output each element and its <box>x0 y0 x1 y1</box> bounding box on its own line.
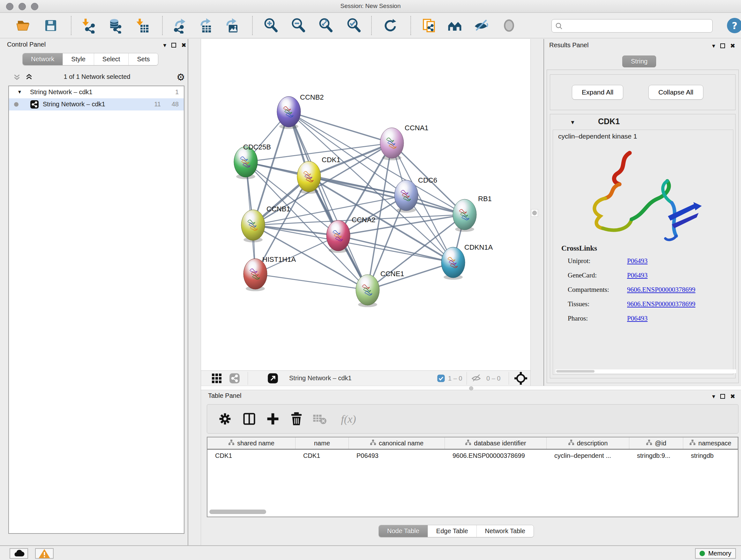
help-button[interactable]: ? <box>727 18 741 33</box>
crosslink-link[interactable]: P06493 <box>627 257 648 265</box>
splitter-handle[interactable] <box>531 209 538 217</box>
column-header[interactable]: canonical name <box>349 437 445 449</box>
network-node[interactable]: HIST1H1A <box>244 255 296 291</box>
tab-node-table[interactable]: Node Table <box>379 525 428 537</box>
panel-float-icon[interactable] <box>720 44 725 48</box>
network-edge[interactable] <box>289 112 367 290</box>
open-file-button[interactable] <box>15 17 32 35</box>
zoom-in-button[interactable] <box>262 17 280 35</box>
hide-selected-button[interactable] <box>472 17 489 35</box>
import-table-from-file-button[interactable] <box>134 17 151 35</box>
column-header[interactable]: database identifier <box>445 437 547 449</box>
tab-string[interactable]: String <box>622 56 656 67</box>
warning-status-button[interactable] <box>35 548 54 559</box>
table-cell[interactable]: stringdb <box>683 449 738 462</box>
tab-sets[interactable]: Sets <box>128 53 158 65</box>
panel-collapse-icon[interactable]: ▾ <box>712 393 716 400</box>
column-header[interactable]: @id <box>629 437 683 449</box>
node-label: CCNA2 <box>352 216 376 224</box>
table-cell[interactable]: CDK1 <box>295 449 349 462</box>
cloud-status-button[interactable] <box>10 548 28 559</box>
network-node[interactable]: CDC25B <box>234 143 271 179</box>
crosslink-link[interactable]: 9606.ENSP00000378699 <box>627 286 695 294</box>
save-session-button[interactable] <box>42 17 59 35</box>
crosslink-link[interactable]: P06493 <box>627 314 648 322</box>
panel-close-icon[interactable]: ✖ <box>730 42 735 49</box>
network-node[interactable]: CCNA2 <box>327 216 376 253</box>
network-row-selected[interactable]: String Network – cdk1 11 48 <box>9 98 184 111</box>
table-horizontal-scrollbar[interactable] <box>207 508 738 515</box>
network-edge[interactable] <box>289 112 465 214</box>
tab-edge-table[interactable]: Edge Table <box>428 525 476 537</box>
right-splitter[interactable] <box>530 39 544 386</box>
network-edge[interactable] <box>255 236 338 274</box>
first-neighbors-button[interactable] <box>446 17 463 35</box>
crosslink-link[interactable]: P06493 <box>627 271 648 279</box>
collection-disclosure-icon[interactable]: ▼ <box>17 89 22 95</box>
network-node[interactable]: CDKN1A <box>441 243 493 280</box>
network-node[interactable]: CCNE1 <box>356 270 404 307</box>
zoom-fit-icon <box>318 17 334 34</box>
export-image-button[interactable] <box>223 17 241 35</box>
panel-collapse-icon[interactable]: ▾ <box>163 42 166 49</box>
table-cell[interactable]: CDK1 <box>207 449 295 462</box>
import-network-from-file-button[interactable] <box>79 17 96 35</box>
panel-float-icon[interactable] <box>720 394 725 399</box>
horizontal-splitter[interactable] <box>201 386 741 390</box>
zoom-selected-button[interactable] <box>345 17 362 35</box>
add-column-icon[interactable] <box>264 410 282 428</box>
table-cell[interactable]: P06493 <box>349 449 445 462</box>
network-edge[interactable] <box>255 274 367 290</box>
delete-column-trash-icon[interactable] <box>287 410 306 428</box>
show-columns-icon[interactable] <box>240 410 258 428</box>
network-node[interactable]: RB1 <box>453 195 492 232</box>
grid-view-icon[interactable] <box>211 373 222 384</box>
selected-checkbox-icon[interactable] <box>437 374 445 382</box>
show-all-button[interactable] <box>500 17 518 35</box>
column-header[interactable]: namespace <box>683 437 738 449</box>
entry-disclosure-icon[interactable]: ▼ <box>570 119 576 126</box>
results-scrollbar[interactable] <box>556 369 736 373</box>
network-options-gear-icon[interactable]: ⚙ <box>177 71 185 83</box>
clone-network-button[interactable] <box>421 17 438 35</box>
collapse-all-button[interactable]: Collapse All <box>649 85 703 100</box>
search-input[interactable] <box>565 20 709 32</box>
export-network-to-file-button[interactable] <box>172 17 189 35</box>
panel-collapse-icon[interactable]: ▾ <box>712 42 716 49</box>
table-cell[interactable]: 9606.ENSP00000378699 <box>445 449 547 462</box>
expand-all-button[interactable]: Expand All <box>572 85 623 100</box>
birdseye-crosshair-icon[interactable] <box>515 372 527 385</box>
tab-network[interactable]: Network <box>23 53 63 65</box>
tab-network-table[interactable]: Network Table <box>476 525 534 537</box>
hidden-eye-icon[interactable] <box>471 374 481 383</box>
panel-close-icon[interactable]: ✖ <box>730 393 735 400</box>
table-settings-gear-icon[interactable] <box>216 410 234 428</box>
refresh-view-button[interactable] <box>382 17 399 35</box>
network-collection-row[interactable]: ▼ String Network – cdk1 1 <box>9 86 184 98</box>
network-share-icon[interactable] <box>229 373 240 384</box>
import-network-from-database-button[interactable] <box>106 17 123 35</box>
left-splitter[interactable] <box>188 39 201 545</box>
network-node[interactable]: CCNB2 <box>277 93 324 129</box>
network-edge[interactable] <box>338 236 453 262</box>
table-cell[interactable]: cyclin–dependent ... <box>547 449 629 462</box>
memory-button[interactable]: Memory <box>695 548 736 559</box>
open-in-new-icon[interactable] <box>267 373 278 384</box>
zoom-out-button[interactable] <box>290 17 307 35</box>
export-table-to-file-button[interactable] <box>197 17 214 35</box>
table-cell[interactable]: stringdb:9... <box>629 449 683 462</box>
panel-float-icon[interactable] <box>172 43 176 48</box>
column-header[interactable]: description <box>547 437 629 449</box>
column-header[interactable]: name <box>295 437 349 449</box>
column-header[interactable]: shared name <box>207 437 295 449</box>
network-edge[interactable] <box>253 225 338 236</box>
zoom-fit-button[interactable] <box>317 17 334 35</box>
crosslink-link[interactable]: 9606.ENSP00000378699 <box>627 300 695 308</box>
table-row[interactable]: CDK1CDK1P064939606.ENSP00000378699cyclin… <box>207 449 738 462</box>
network-edge[interactable] <box>289 112 392 143</box>
network-canvas[interactable]: CCNB2CCNA1CDC25BCDK1CDC6RB1CCNB1CCNA2CDK… <box>201 39 530 370</box>
panel-close-icon[interactable]: ✖ <box>181 42 186 49</box>
tab-style[interactable]: Style <box>63 53 93 65</box>
scrollbar-thumb[interactable] <box>209 509 266 514</box>
tab-select[interactable]: Select <box>94 53 129 65</box>
